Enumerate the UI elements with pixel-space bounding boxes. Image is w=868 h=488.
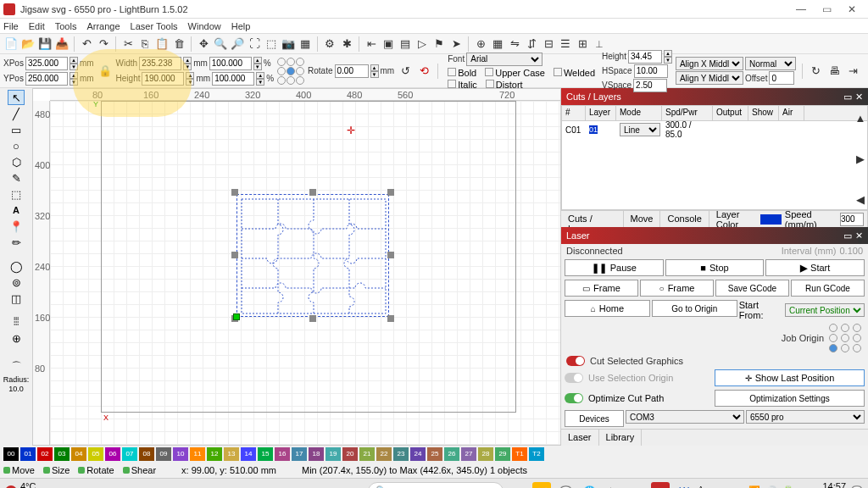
menu-laser-tools[interactable]: Laser Tools: [131, 21, 178, 31]
close-button[interactable]: ✕: [839, 3, 865, 15]
font-select[interactable]: Arial: [466, 53, 542, 66]
optimize-cut-toggle[interactable]: [565, 393, 583, 403]
tab-console[interactable]: Console: [660, 211, 709, 227]
color-swatch-07[interactable]: 07: [122, 447, 137, 461]
col-hash[interactable]: #: [562, 106, 586, 120]
color-swatch-27[interactable]: 27: [461, 447, 476, 461]
rotate-input[interactable]: [335, 64, 369, 78]
printer-icon[interactable]: 🖶: [827, 64, 843, 79]
redo-icon[interactable]: ↷: [96, 36, 111, 52]
rotate-90-icon[interactable]: ⟲: [416, 64, 431, 79]
explorer-icon[interactable]: 📁: [532, 482, 551, 489]
layer-speed-power[interactable]: 300.0 / 85.0: [662, 120, 713, 139]
device-select[interactable]: 6550 pro: [746, 410, 865, 424]
color-swatch-24[interactable]: 24: [410, 447, 426, 461]
boolean-tool[interactable]: ◫: [8, 291, 25, 306]
menu-file[interactable]: File: [3, 21, 19, 31]
ellipse-tool[interactable]: ○: [8, 138, 25, 153]
anchor-selector[interactable]: [277, 58, 304, 85]
align-left-icon[interactable]: ⇤: [364, 36, 379, 52]
color-swatch-08[interactable]: 08: [139, 447, 154, 461]
panel-float-icon[interactable]: ▭: [843, 92, 852, 103]
mirror-v-icon[interactable]: ⇵: [524, 36, 539, 52]
tab-laser[interactable]: Laser: [561, 430, 599, 446]
distort-checkbox[interactable]: [486, 80, 494, 88]
height-spinner[interactable]: ▲▼: [186, 72, 194, 86]
menu-edit[interactable]: Edit: [29, 21, 45, 31]
menu-arrange[interactable]: Arrange: [86, 21, 120, 31]
layer-down-icon[interactable]: ▼: [853, 232, 868, 247]
col-show[interactable]: Show: [748, 106, 779, 120]
gear-icon[interactable]: ⚙: [322, 36, 337, 52]
pen-tool[interactable]: ✎: [8, 170, 25, 186]
frame-circle-button[interactable]: ○ Frame: [640, 280, 714, 297]
color-swatch-03[interactable]: 03: [54, 447, 70, 461]
zoom-in-icon[interactable]: 🔍: [213, 36, 228, 52]
origin-marker[interactable]: [233, 313, 240, 320]
offset-tool[interactable]: ⊚: [8, 274, 25, 290]
home-button[interactable]: ⌂ Home: [565, 300, 650, 317]
selected-object[interactable]: [236, 194, 389, 317]
color-swatch-26[interactable]: 26: [444, 447, 459, 461]
grid-array-tool[interactable]: ⦙⦙⦙: [8, 314, 25, 330]
edit-nodes-tool[interactable]: ⬚: [8, 186, 25, 202]
canvas[interactable]: 80160 240320 400480 560720 480400 320240…: [32, 88, 561, 446]
color-swatch-04[interactable]: 04: [71, 447, 86, 461]
lightburn-taskbar-icon[interactable]: [651, 482, 670, 489]
goto-origin-button[interactable]: Go to Origin: [652, 300, 737, 317]
use-selection-toggle[interactable]: [565, 373, 583, 383]
resize-handle-nw[interactable]: [231, 189, 238, 196]
cut-selected-toggle[interactable]: [566, 356, 585, 366]
open-icon[interactable]: 📂: [20, 36, 36, 52]
select-rect-icon[interactable]: ⬚: [264, 36, 279, 52]
panel-close-icon[interactable]: ✕: [855, 92, 863, 103]
word-icon[interactable]: W: [675, 482, 693, 489]
pause-button[interactable]: ❚❚Pause: [565, 259, 664, 276]
resize-handle-ne[interactable]: [387, 189, 394, 196]
offset-input[interactable]: [769, 71, 794, 85]
color-swatch-25[interactable]: 25: [427, 447, 442, 461]
color-swatch-18[interactable]: 18: [309, 447, 324, 461]
radius-tool[interactable]: ⌒: [8, 359, 25, 374]
undo-icon[interactable]: ↶: [79, 36, 94, 52]
menu-tools[interactable]: Tools: [55, 21, 77, 31]
teams-icon[interactable]: 💬: [556, 482, 575, 489]
new-icon[interactable]: 📄: [3, 36, 19, 52]
zoom-fit-icon[interactable]: ⛶: [247, 36, 262, 52]
ypos-input[interactable]: [25, 72, 68, 86]
col-layer[interactable]: Layer: [586, 106, 616, 120]
color-swatch-29[interactable]: 29: [495, 447, 510, 461]
weld-tool[interactable]: ⊕: [8, 330, 25, 346]
preview-icon[interactable]: ▦: [298, 36, 313, 52]
width-input[interactable]: [139, 57, 181, 70]
rect-tool[interactable]: ▭: [8, 122, 25, 137]
array-icon[interactable]: ▦: [490, 36, 505, 52]
color-swatch-T1[interactable]: T1: [512, 447, 527, 461]
hspace-input[interactable]: [634, 64, 668, 78]
normal-select[interactable]: Normal: [745, 57, 796, 70]
tab-cuts-layers[interactable]: Cuts / Layers: [561, 211, 624, 227]
polygon-tool[interactable]: ⬡: [8, 154, 25, 169]
vspace-input[interactable]: [633, 79, 667, 92]
store-icon[interactable]: 🛍: [604, 482, 622, 489]
save-gcode-button[interactable]: Save GCode: [715, 280, 789, 297]
color-swatch-22[interactable]: 22: [376, 447, 392, 461]
rotate-spinner[interactable]: ▲▼: [370, 64, 379, 78]
welded-checkbox[interactable]: [554, 68, 562, 76]
xpos-input[interactable]: [25, 57, 68, 70]
tab-library[interactable]: Library: [599, 430, 643, 446]
text-tool[interactable]: A: [8, 202, 25, 218]
import-icon[interactable]: 📥: [54, 36, 70, 52]
width-spinner[interactable]: ▲▼: [183, 57, 192, 70]
show-last-position-button[interactable]: ✛ Show Last Position: [715, 369, 865, 386]
system-tray[interactable]: ˄ ☁ ENG 📶 🔊 🔋 14:5702/03/2024 💬: [698, 481, 863, 489]
layer-color-swatch[interactable]: [760, 214, 782, 225]
maximize-button[interactable]: ▭: [814, 3, 839, 15]
color-swatch-13[interactable]: 13: [224, 447, 239, 461]
menu-window[interactable]: Window: [188, 21, 221, 31]
start-button[interactable]: ⊞: [344, 482, 363, 489]
optimization-settings-button[interactable]: Optimization Settings: [715, 390, 865, 407]
col-mode[interactable]: Mode: [616, 106, 662, 120]
color-swatch-17[interactable]: 17: [292, 447, 307, 461]
xpos-spinner[interactable]: ▲▼: [70, 57, 78, 70]
